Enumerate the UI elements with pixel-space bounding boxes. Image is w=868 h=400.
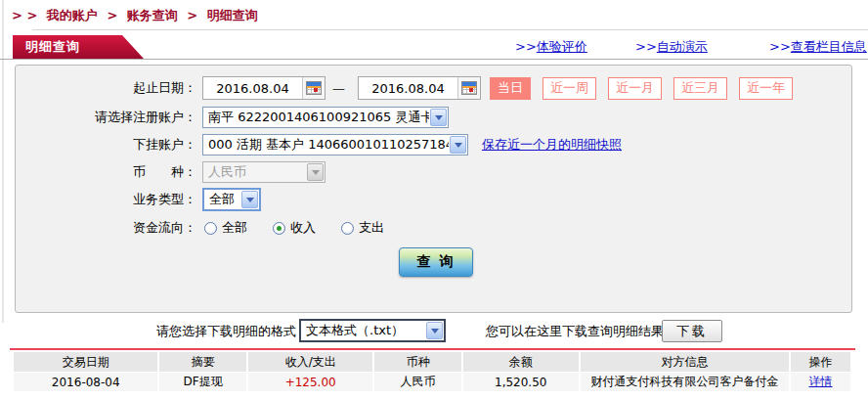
sub-account-select[interactable]: 000 活期 基本户 1406600101102571848 — [202, 134, 468, 156]
breadcrumb-item-detail-query[interactable]: 明细查询 — [207, 8, 258, 22]
fund-flow-option-all-label: 全部 — [222, 219, 247, 237]
end-date-calendar-button[interactable] — [457, 77, 480, 99]
col-header-currency: 币种 — [374, 352, 460, 372]
link-arrows: >> — [635, 39, 657, 54]
query-button[interactable]: 查 询 — [399, 247, 473, 277]
chevron-down-icon — [450, 136, 466, 154]
download-format-label: 请您选择下载明细的格式 — [156, 323, 296, 340]
chevron-down-icon — [241, 191, 258, 208]
end-date-value: 2016.08.04 — [359, 81, 457, 96]
cell-action: 详情 — [791, 373, 850, 391]
currency-select: 人民币 — [202, 161, 326, 183]
calendar-icon — [306, 81, 322, 95]
quick-range-week-button[interactable]: 近一周 — [542, 77, 596, 100]
start-date-value: 2016.08.04 — [203, 81, 302, 96]
currency-row: 币 种： 人民币 — [25, 159, 326, 185]
tab-label: 明细查询 — [25, 39, 80, 54]
cell-balance: 1,520.50 — [463, 373, 579, 391]
fund-flow-option-expense[interactable]: 支出 — [341, 219, 384, 237]
radio-checked-icon — [273, 222, 285, 235]
quick-range-3months-button[interactable]: 近三月 — [673, 77, 727, 100]
registered-account-value: 南平 6222001406100921065 灵通卡 — [208, 109, 429, 126]
breadcrumb-item-my-account[interactable]: 我的账户 — [47, 8, 98, 22]
breadcrumb-item-account-query[interactable]: 账务查询 — [127, 8, 178, 22]
download-format-select[interactable]: 文本格式（.txt） — [299, 319, 446, 342]
save-monthly-snapshot-link[interactable]: 保存近一个月的明细快照 — [482, 136, 622, 154]
fund-flow-option-all[interactable]: 全部 — [204, 219, 247, 237]
query-form-panel: 起止日期： 2016.08.04 — 2016.08.04 当日 近一周 近一月… — [15, 65, 852, 313]
table-row: 2016-08-04 DF提现 +125.00 人民币 1,520.50 财付通… — [14, 373, 850, 391]
col-header-counterparty: 对方信息 — [581, 352, 789, 372]
cell-counterparty: 财付通支付科技有限公司客户备付金 — [581, 373, 789, 391]
radio-unchecked-icon — [204, 222, 217, 235]
registered-account-label: 请选择注册账户： — [25, 109, 196, 126]
currency-value: 人民币 — [208, 163, 306, 181]
date-range-row: 起止日期： 2016.08.04 — 2016.08.04 当日 近一周 近一月… — [25, 75, 793, 101]
fund-flow-radio-group: 全部 收入 支出 — [204, 219, 410, 237]
table-header-row: 交易日期 摘要 收入/支出 币种 余额 对方信息 操作 — [14, 352, 850, 372]
fund-flow-row: 资金流向： 全部 收入 支出 — [25, 215, 410, 241]
col-header-amount: 收入/支出 — [248, 352, 373, 372]
link-label: 体验评价 — [537, 39, 587, 54]
breadcrumb-divider — [32, 29, 868, 30]
sub-account-value: 000 活期 基本户 1406600101102571848 — [208, 136, 449, 154]
biz-type-label: 业务类型： — [25, 191, 196, 208]
fund-flow-option-expense-label: 支出 — [359, 219, 384, 237]
currency-label: 币 种： — [25, 163, 196, 181]
biz-type-select[interactable]: 全部 — [202, 188, 261, 211]
fund-flow-label: 资金流向： — [25, 219, 196, 237]
table-top-divider — [10, 348, 855, 350]
biz-type-row: 业务类型： 全部 — [25, 187, 261, 212]
detail-query-page: > > 我的账户 > 账务查询 > 明细查询 明细查询 >>体验评价 >>自动演… — [0, 0, 868, 400]
chevron-down-icon — [307, 163, 324, 181]
breadcrumb: > > 我的账户 > 账务查询 > 明细查询 — [12, 7, 263, 24]
quick-range-month-button[interactable]: 近一月 — [608, 77, 662, 100]
link-view-column-info[interactable]: >>查看栏目信息 — [769, 38, 867, 56]
quick-range-today-button[interactable]: 当日 — [490, 77, 531, 100]
fund-flow-option-income[interactable]: 收入 — [273, 219, 316, 237]
registered-account-select[interactable]: 南平 6222001406100921065 灵通卡 — [202, 107, 449, 128]
date-range-label: 起止日期： — [25, 79, 196, 97]
col-header-action: 操作 — [791, 352, 850, 372]
date-range-dash: — — [332, 81, 345, 96]
transaction-table: 交易日期 摘要 收入/支出 币种 余额 对方信息 操作 2016-08-04 D… — [12, 351, 852, 392]
breadcrumb-separator: > — [187, 8, 197, 22]
link-label: 自动演示 — [657, 39, 708, 54]
col-header-summary: 摘要 — [159, 352, 245, 372]
detail-link[interactable]: 详情 — [809, 375, 833, 388]
breadcrumb-prefix: > > — [12, 8, 37, 22]
col-header-date: 交易日期 — [14, 352, 157, 372]
radio-unchecked-icon — [341, 222, 354, 235]
download-format-value: 文本格式（.txt） — [306, 322, 425, 339]
tab-bottom-divider — [0, 59, 868, 60]
download-hint: 您可以在这里下载查询明细结果 — [486, 323, 664, 340]
link-experience-review[interactable]: >>体验评价 — [515, 38, 587, 56]
chevron-down-icon — [426, 322, 443, 339]
quick-range-year-button[interactable]: 近一年 — [739, 77, 793, 100]
calendar-icon — [461, 81, 477, 95]
link-arrows: >> — [515, 39, 537, 54]
registered-account-row: 请选择注册账户： 南平 6222001406100921065 灵通卡 — [25, 105, 449, 130]
download-button[interactable]: 下载 — [662, 320, 722, 342]
biz-type-value: 全部 — [209, 191, 240, 208]
link-arrows: >> — [769, 39, 791, 54]
sub-account-row: 下挂账户： 000 活期 基本户 1406600101102571848 保存近… — [25, 132, 622, 157]
fund-flow-option-income-label: 收入 — [290, 219, 316, 237]
page-left-divider — [2, 0, 4, 323]
sub-account-label: 下挂账户： — [25, 136, 196, 154]
cell-date: 2016-08-04 — [14, 373, 157, 391]
cell-summary: DF提现 — [159, 373, 245, 391]
col-header-balance: 余额 — [463, 352, 579, 372]
cell-currency: 人民币 — [374, 373, 460, 391]
breadcrumb-separator: > — [107, 8, 117, 22]
start-date-calendar-button[interactable] — [302, 77, 325, 99]
cell-amount: +125.00 — [248, 373, 373, 391]
link-auto-demo[interactable]: >>自动演示 — [635, 38, 708, 56]
chevron-down-icon — [430, 109, 447, 126]
link-label: 查看栏目信息 — [791, 39, 867, 54]
start-date-input[interactable]: 2016.08.04 — [202, 76, 326, 100]
end-date-input[interactable]: 2016.08.04 — [358, 76, 481, 100]
tab-detail-query[interactable]: 明细查询 — [13, 35, 144, 59]
